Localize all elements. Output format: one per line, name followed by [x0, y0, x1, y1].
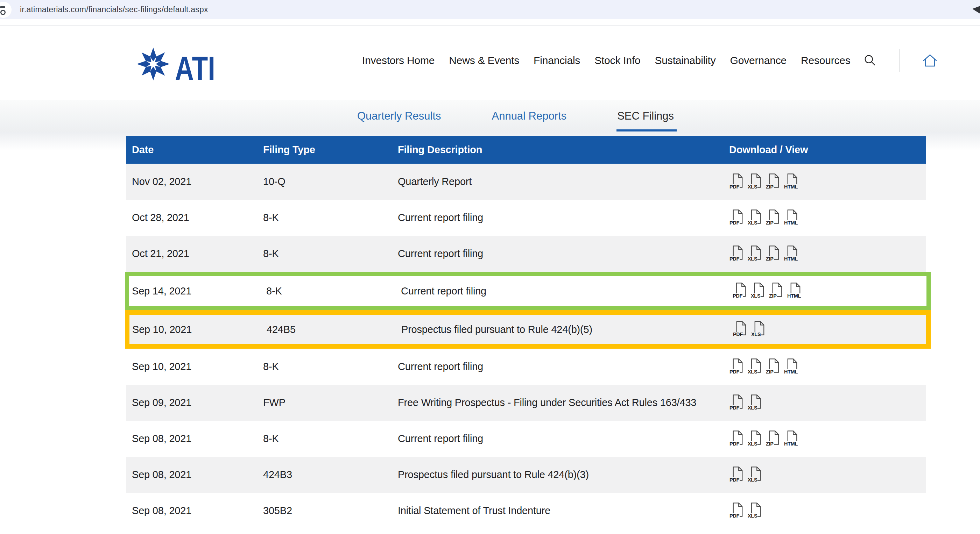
- download-xls-icon[interactable]: XLS: [747, 430, 761, 448]
- download-pdf-icon[interactable]: PDF: [732, 282, 746, 300]
- file-type-label: PDF: [729, 369, 740, 375]
- download-links-cell: PDF XLS ZIP HTML: [729, 173, 926, 191]
- filing-type-cell: 8-K: [266, 285, 401, 297]
- download-zip-icon[interactable]: ZIP: [769, 282, 783, 300]
- file-type-label: XLS: [747, 256, 757, 262]
- download-pdf-icon[interactable]: PDF: [729, 173, 743, 191]
- filing-date-cell: Sep 10, 2021: [126, 361, 263, 372]
- nav-item-resources[interactable]: Resources: [801, 54, 851, 67]
- download-zip-icon[interactable]: ZIP: [765, 430, 780, 448]
- tab-annual-reports[interactable]: Annual Reports: [492, 100, 566, 132]
- download-links-cell: PDF XLS ZIP HTML: [729, 209, 926, 227]
- filing-type-cell: 8-K: [263, 212, 398, 224]
- browser-window: ir.atimaterials.com/financials/sec-filin…: [0, 0, 980, 534]
- download-xls-icon[interactable]: XLS: [747, 502, 761, 520]
- download-xls-icon[interactable]: XLS: [751, 320, 765, 339]
- download-pdf-icon[interactable]: PDF: [729, 358, 743, 376]
- file-type-label: ZIP: [765, 256, 774, 262]
- filing-date-cell: Sep 08, 2021: [126, 469, 263, 480]
- download-links-cell: PDF XLS: [729, 466, 926, 484]
- download-html-icon[interactable]: HTML: [784, 209, 798, 227]
- download-links-cell: PDF XLS: [733, 320, 926, 339]
- file-type-label: XLS: [747, 369, 757, 375]
- tab-quarterly-results[interactable]: Quarterly Results: [357, 100, 441, 132]
- download-links-cell: PDF XLS: [729, 394, 926, 412]
- tab-label: Quarterly Results: [357, 110, 441, 122]
- download-xls-icon[interactable]: XLS: [747, 209, 761, 227]
- download-zip-icon[interactable]: ZIP: [765, 209, 780, 227]
- home-icon[interactable]: [922, 53, 938, 68]
- filing-description-cell: Current report filing: [398, 248, 729, 259]
- file-type-label: PDF: [729, 477, 740, 483]
- download-xls-icon[interactable]: XLS: [747, 358, 761, 376]
- nav-item-stock-info[interactable]: Stock Info: [595, 54, 640, 67]
- download-html-icon[interactable]: HTML: [784, 245, 798, 263]
- filing-date-cell: Oct 28, 2021: [126, 212, 263, 224]
- table-row-highlight-orange: Sep 10, 2021424B5Prospectus filed pursua…: [125, 310, 931, 349]
- table-row: Sep 09, 2021FWPFree Writing Prospectus -…: [126, 385, 926, 421]
- nav-item-investors-home[interactable]: Investors Home: [362, 54, 434, 67]
- download-pdf-icon[interactable]: PDF: [729, 245, 743, 263]
- url-text[interactable]: ir.atimaterials.com/financials/sec-filin…: [20, 0, 208, 19]
- download-xls-icon[interactable]: XLS: [747, 173, 761, 191]
- download-pdf-icon[interactable]: PDF: [729, 466, 743, 484]
- download-xls-icon[interactable]: XLS: [751, 282, 764, 300]
- download-xls-icon[interactable]: XLS: [747, 394, 761, 412]
- download-zip-icon[interactable]: ZIP: [765, 173, 780, 191]
- file-type-label: ZIP: [765, 369, 774, 375]
- download-pdf-icon[interactable]: PDF: [729, 430, 743, 448]
- download-pdf-icon[interactable]: PDF: [729, 502, 743, 520]
- file-type-label: ZIP: [769, 293, 777, 299]
- file-type-label: HTML: [784, 369, 798, 375]
- file-type-label: PDF: [733, 332, 743, 337]
- filing-description-cell: Quarterly Report: [398, 176, 729, 188]
- nav-item-financials[interactable]: Financials: [533, 54, 580, 67]
- file-type-label: PDF: [729, 220, 740, 226]
- download-pdf-icon[interactable]: PDF: [729, 394, 743, 412]
- filing-description-cell: Current report filing: [398, 433, 729, 445]
- ati-logo[interactable]: ATI: [136, 46, 216, 84]
- table-row: Sep 10, 20218-KCurrent report filing PDF…: [126, 349, 926, 385]
- download-zip-icon[interactable]: ZIP: [765, 245, 780, 263]
- filing-type-cell: 424B5: [267, 324, 401, 335]
- file-type-label: XLS: [747, 220, 757, 226]
- nav-item-news-events[interactable]: News & Events: [449, 54, 519, 67]
- file-type-label: XLS: [747, 405, 757, 411]
- active-tab-underline: [616, 129, 677, 132]
- download-pdf-icon[interactable]: PDF: [729, 209, 743, 227]
- search-icon[interactable]: [864, 54, 877, 67]
- download-links-cell: PDF XLS ZIP HTML: [732, 282, 926, 300]
- filing-type-cell: 10-Q: [263, 176, 398, 188]
- ati-logo-text: ATI: [175, 52, 215, 85]
- table-header-row: Date Filing Type Filing Description Down…: [126, 136, 926, 164]
- download-xls-icon[interactable]: XLS: [747, 245, 761, 263]
- download-xls-icon[interactable]: XLS: [747, 466, 761, 484]
- filing-type-cell: 8-K: [263, 361, 398, 372]
- tab-label: SEC Filings: [617, 110, 674, 122]
- download-pdf-icon[interactable]: PDF: [733, 320, 747, 339]
- file-type-label: PDF: [729, 441, 740, 447]
- download-zip-icon[interactable]: ZIP: [765, 358, 780, 376]
- col-header-date: Date: [126, 144, 263, 156]
- nav-item-sustainability[interactable]: Sustainability: [655, 54, 716, 67]
- filing-type-cell: 424B3: [263, 469, 398, 480]
- site-info-icon[interactable]: [0, 2, 11, 18]
- download-links-cell: PDF XLS ZIP HTML: [729, 430, 926, 448]
- table-row: Sep 08, 2021424B3Prospectus filed pursua…: [126, 457, 926, 493]
- browser-url-bar[interactable]: ir.atimaterials.com/financials/sec-filin…: [0, 0, 980, 19]
- filing-date-cell: Sep 08, 2021: [126, 505, 263, 517]
- download-links-cell: PDF XLS ZIP HTML: [729, 245, 926, 263]
- ati-star-icon: [136, 46, 171, 82]
- filing-type-cell: 8-K: [263, 248, 398, 259]
- filing-date-cell: Nov 02, 2021: [126, 176, 263, 188]
- download-html-icon[interactable]: HTML: [784, 358, 798, 376]
- table-body: Nov 02, 202110-QQuarterly Report PDF XLS…: [126, 164, 926, 529]
- tab-sec-filings[interactable]: SEC Filings: [617, 100, 674, 132]
- file-type-label: ZIP: [765, 220, 774, 226]
- download-html-icon[interactable]: HTML: [784, 430, 798, 448]
- nav-item-governance[interactable]: Governance: [730, 54, 786, 67]
- file-type-label: XLS: [747, 477, 757, 483]
- download-html-icon[interactable]: HTML: [787, 282, 801, 300]
- file-type-label: HTML: [787, 293, 801, 299]
- download-html-icon[interactable]: HTML: [784, 173, 798, 191]
